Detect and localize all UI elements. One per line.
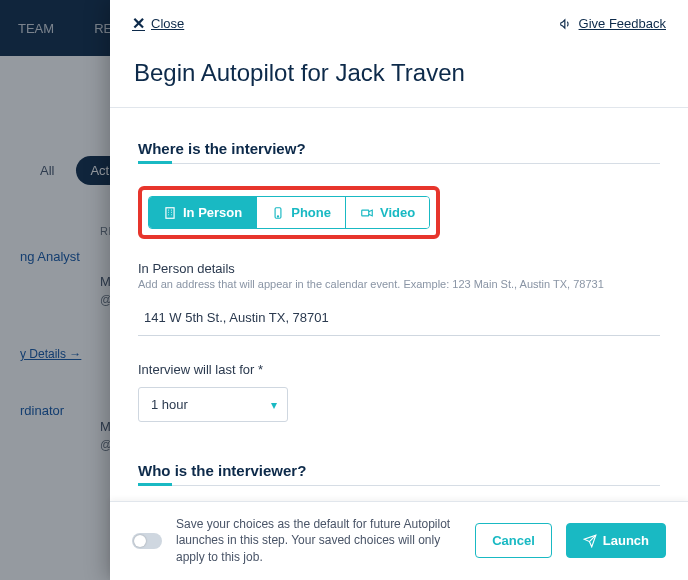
segment-video[interactable]: Video [346,197,429,228]
chevron-down-icon: ▾ [271,398,277,412]
segment-in-person[interactable]: In Person [149,197,257,228]
cancel-label: Cancel [492,533,535,548]
svg-rect-3 [362,210,369,216]
save-default-toggle[interactable] [132,533,162,549]
close-button[interactable]: ✕ Close [132,14,184,33]
video-icon [360,206,374,220]
give-feedback-link[interactable]: Give Feedback [559,16,666,31]
feedback-label: Give Feedback [579,16,666,31]
duration-select[interactable]: 1 hour ▾ [138,387,288,422]
svg-point-2 [278,215,279,216]
send-icon [583,534,597,548]
close-label: Close [151,16,184,31]
address-label: In Person details [138,261,660,276]
launch-button[interactable]: Launch [566,523,666,558]
interview-location-segment: In Person Phone Video [148,196,430,229]
modal-footer: Save your choices as the default for fut… [110,501,688,580]
duration-value: 1 hour [151,397,188,412]
close-icon: ✕ [132,14,145,33]
cancel-button[interactable]: Cancel [475,523,552,558]
modal-body[interactable]: Where is the interview? In Person Phone … [110,108,688,501]
address-hint: Add an address that will appear in the c… [138,278,660,290]
building-icon [163,206,177,220]
section-who-header: Who is the interviewer? [138,462,660,486]
autopilot-modal: ✕ Close Give Feedback Begin Autopilot fo… [110,0,688,580]
svg-rect-0 [166,207,174,218]
megaphone-icon [559,17,573,31]
launch-label: Launch [603,533,649,548]
duration-label: Interview will last for * [138,362,660,377]
modal-title: Begin Autopilot for Jack Traven [110,43,688,107]
segment-highlight-box: In Person Phone Video [138,186,440,239]
segment-video-label: Video [380,205,415,220]
save-default-label: Save your choices as the default for fut… [176,516,461,566]
address-input[interactable] [138,300,660,336]
phone-icon [271,206,285,220]
segment-phone[interactable]: Phone [257,197,346,228]
section-where-header: Where is the interview? [138,140,660,164]
segment-in-person-label: In Person [183,205,242,220]
segment-phone-label: Phone [291,205,331,220]
